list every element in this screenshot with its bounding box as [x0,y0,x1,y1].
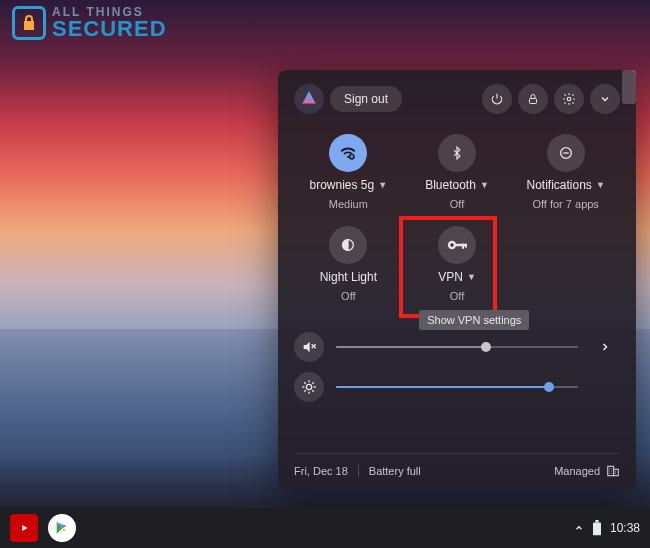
panel-header: Sign out [294,84,620,114]
vpn-key-icon [438,226,476,264]
brand-logo: ALL THINGS SECURED [12,6,167,40]
night-light-sub: Off [341,290,355,302]
vpn-tile[interactable]: VPN▼ Off Show VPN settings [403,220,512,308]
managed-label: Managed [554,465,600,477]
quick-settings-panel: Sign out brownies 5g▼ Medium Bluetooth▼ … [278,70,636,490]
svg-rect-0 [530,99,537,104]
vpn-sub: Off [450,290,464,302]
bluetooth-label: Bluetooth [425,178,476,192]
bluetooth-tile[interactable]: Bluetooth▼ Off [403,128,512,216]
chevron-down-icon: ▼ [480,180,489,190]
separator [358,465,359,477]
power-icon[interactable] [482,84,512,114]
managed-link[interactable]: Managed [554,464,620,478]
lock-icon [12,6,46,40]
bluetooth-icon [438,134,476,172]
status-area[interactable]: 10:38 [574,520,640,536]
battery-label: Battery full [369,465,421,477]
quick-tiles-row1: brownies 5g▼ Medium Bluetooth▼ Off Notif… [294,128,620,216]
expand-audio-icon[interactable] [590,332,620,362]
panel-footer: Fri, Dec 18 Battery full Managed [294,453,620,478]
date-label: Fri, Dec 18 [294,465,348,477]
night-light-label: Night Light [320,270,377,284]
night-light-tile[interactable]: Night Light Off [294,220,403,308]
sign-out-button[interactable]: Sign out [330,86,402,112]
wifi-sub: Medium [329,198,368,210]
chevron-down-icon: ▼ [378,180,387,190]
svg-rect-14 [593,522,601,535]
battery-icon [592,520,602,536]
vpn-tooltip: Show VPN settings [419,310,529,330]
svg-point-11 [306,384,311,389]
play-store-app-icon[interactable] [48,514,76,542]
svg-point-7 [450,243,453,246]
svg-rect-9 [462,244,464,249]
logo-line1: ALL THINGS [52,6,167,18]
svg-point-1 [567,97,571,101]
shelf: 10:38 [0,508,650,548]
svg-rect-10 [465,244,467,248]
volume-row [294,332,620,362]
brightness-slider[interactable] [336,386,578,388]
quick-tiles-row2: Night Light Off VPN▼ Off Show VPN settin… [294,220,620,308]
night-light-icon [329,226,367,264]
bluetooth-sub: Off [450,198,464,210]
lock-button-icon[interactable] [518,84,548,114]
notifications-tile[interactable]: Notifications▼ Off for 7 apps [511,128,620,216]
brightness-row [294,372,620,402]
wifi-label: brownies 5g [310,178,375,192]
wifi-icon [329,134,367,172]
vpn-label: VPN [438,270,463,284]
gear-icon[interactable] [554,84,584,114]
notifications-sub: Off for 7 apps [532,198,598,210]
wifi-tile[interactable]: brownies 5g▼ Medium [294,128,403,216]
notifications-label: Notifications [527,178,592,192]
youtube-app-icon[interactable] [10,514,38,542]
collapse-icon[interactable] [590,84,620,114]
volume-slider[interactable] [336,346,578,348]
svg-rect-13 [614,469,619,475]
clock: 10:38 [610,521,640,535]
scrollbar[interactable] [622,70,636,104]
dnd-icon [547,134,585,172]
svg-rect-15 [595,520,598,522]
enterprise-icon [606,464,620,478]
brightness-icon[interactable] [294,372,324,402]
chevron-down-icon: ▼ [596,180,605,190]
chevron-down-icon: ▼ [467,272,476,282]
empty-tile [511,220,620,308]
svg-rect-12 [608,466,614,475]
volume-mute-icon[interactable] [294,332,324,362]
logo-line2: SECURED [52,18,167,40]
expand-up-icon [574,523,584,533]
svg-rect-3 [351,156,353,158]
avatar[interactable] [294,84,324,114]
